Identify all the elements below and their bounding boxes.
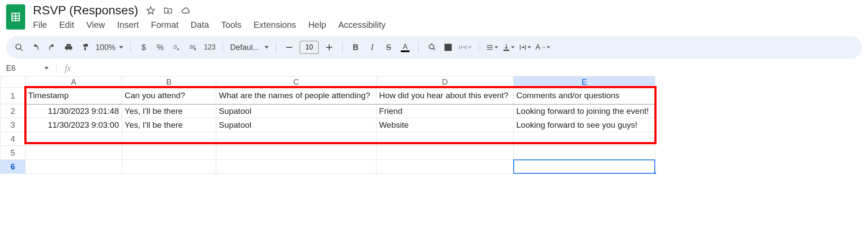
menu-edit[interactable]: Edit (59, 20, 74, 30)
row-header-6[interactable]: 6 (0, 160, 26, 174)
cell-E4[interactable] (514, 132, 655, 146)
cell-A2[interactable]: 11/30/2023 9:01:48 (26, 104, 122, 118)
separator (276, 42, 276, 53)
cell-D5[interactable] (376, 146, 514, 160)
cell-B4[interactable] (122, 132, 216, 146)
column-header-row: A B C D E (0, 76, 655, 88)
cell-D1[interactable]: How did you hear about this event? (376, 88, 514, 104)
caret-down-icon[interactable] (44, 66, 49, 70)
search-icon[interactable] (13, 41, 25, 53)
text-wrap-button[interactable] (519, 41, 531, 53)
cell-C3[interactable]: Supatool (216, 118, 376, 132)
undo-icon[interactable] (30, 41, 42, 53)
menu-format[interactable]: Format (151, 20, 178, 30)
menu-accessibility[interactable]: Accessibility (338, 20, 386, 30)
format-percent-button[interactable]: % (154, 41, 166, 53)
vertical-align-button[interactable] (502, 41, 515, 53)
separator (130, 42, 131, 53)
merge-cells-button[interactable] (459, 41, 472, 53)
separator (56, 63, 57, 73)
cell-D2[interactable]: Friend (376, 104, 514, 118)
cell-A5[interactable] (26, 146, 122, 160)
cell-C5[interactable] (216, 146, 376, 160)
doc-title[interactable]: RSVP (Responses) (33, 3, 138, 17)
cell-C1[interactable]: What are the names of people attending? (216, 88, 376, 104)
font-size-decrease-button[interactable] (283, 41, 295, 53)
cell-B2[interactable]: Yes, I'll be there (122, 104, 216, 118)
menu-tools[interactable]: Tools (221, 20, 241, 30)
font-size-input[interactable]: 10 (300, 41, 319, 54)
toolbar: 100% $ % .0 .00 123 Defaul... 10 B I S A… (6, 36, 862, 59)
menu-data[interactable]: Data (191, 20, 209, 30)
separator (418, 42, 419, 53)
fill-handle[interactable] (653, 172, 657, 174)
menu-file[interactable]: File (33, 20, 47, 30)
menu-help[interactable]: Help (308, 20, 326, 30)
row-3: 3 11/30/2023 9:03:00 Yes, I'll be there … (0, 118, 655, 132)
row-4: 4 (0, 132, 655, 146)
sheets-app-icon[interactable] (6, 4, 25, 30)
fill-color-button[interactable] (426, 41, 438, 53)
italic-button[interactable]: I (366, 41, 378, 53)
row-header-4[interactable]: 4 (0, 132, 26, 146)
text-rotation-button[interactable]: A→ (535, 41, 550, 53)
select-all-corner[interactable] (0, 76, 26, 88)
row-header-3[interactable]: 3 (0, 118, 26, 132)
cell-B3[interactable]: Yes, I'll be there (122, 118, 216, 132)
cell-C6[interactable] (216, 160, 376, 174)
cell-C2[interactable]: Supatool (216, 104, 376, 118)
increase-decimal-icon[interactable]: .00 (187, 41, 199, 53)
row-header-2[interactable]: 2 (0, 104, 26, 118)
menu-extensions[interactable]: Extensions (254, 20, 296, 30)
column-header-D[interactable]: D (376, 76, 514, 88)
menu-insert[interactable]: Insert (117, 20, 139, 30)
cell-A6[interactable] (26, 160, 122, 174)
row-6: 6 (0, 160, 655, 174)
zoom-value: 100% (96, 43, 116, 52)
cell-D4[interactable] (376, 132, 514, 146)
text-color-button[interactable]: A (399, 41, 411, 53)
cell-D3[interactable]: Website (376, 118, 514, 132)
zoom-dropdown[interactable]: 100% (96, 43, 123, 52)
redo-icon[interactable] (46, 41, 58, 53)
column-header-B[interactable]: B (122, 76, 216, 88)
strikethrough-button[interactable]: S (383, 41, 395, 53)
cell-A1[interactable]: Timestamp (26, 88, 122, 104)
cell-B1[interactable]: Can you attend? (122, 88, 216, 104)
print-icon[interactable] (63, 41, 75, 53)
row-2: 2 11/30/2023 9:01:48 Yes, I'll be there … (0, 104, 655, 118)
cloud-status-icon[interactable] (181, 5, 191, 16)
text-color-label: A (403, 43, 407, 50)
paint-format-icon[interactable] (79, 41, 91, 53)
cell-A3[interactable]: 11/30/2023 9:03:00 (26, 118, 122, 132)
font-family-dropdown[interactable]: Defaul... (230, 43, 269, 52)
row-5: 5 (0, 146, 655, 160)
cell-E6-active[interactable] (514, 160, 655, 174)
cell-C4[interactable] (216, 132, 376, 146)
column-header-A[interactable]: A (26, 76, 122, 88)
move-to-folder-icon[interactable] (163, 6, 173, 15)
column-header-E[interactable]: E (514, 76, 655, 88)
cell-B6[interactable] (122, 160, 216, 174)
horizontal-align-button[interactable] (486, 41, 498, 53)
row-header-1[interactable]: 1 (0, 88, 26, 104)
name-box[interactable]: E6 (6, 64, 36, 73)
decrease-decimal-icon[interactable]: .0 (171, 41, 183, 53)
bold-button[interactable]: B (350, 41, 362, 53)
text-color-underline (401, 50, 409, 52)
menu-view[interactable]: View (86, 20, 105, 30)
cell-B5[interactable] (122, 146, 216, 160)
font-size-increase-button[interactable] (323, 41, 335, 53)
format-123-button[interactable]: 123 (204, 41, 216, 53)
star-icon[interactable] (146, 6, 155, 15)
cell-E1[interactable]: Comments and/or questions (514, 88, 655, 104)
format-currency-button[interactable]: $ (138, 41, 150, 53)
cell-D6[interactable] (376, 160, 514, 174)
column-header-C[interactable]: C (216, 76, 376, 88)
cell-E3[interactable]: Looking forward to see you guys! (514, 118, 655, 132)
cell-E5[interactable] (514, 146, 655, 160)
cell-A4[interactable] (26, 132, 122, 146)
row-header-5[interactable]: 5 (0, 146, 26, 160)
cell-E2[interactable]: Looking forward to joining the event! (514, 104, 655, 118)
borders-button[interactable] (442, 41, 454, 53)
